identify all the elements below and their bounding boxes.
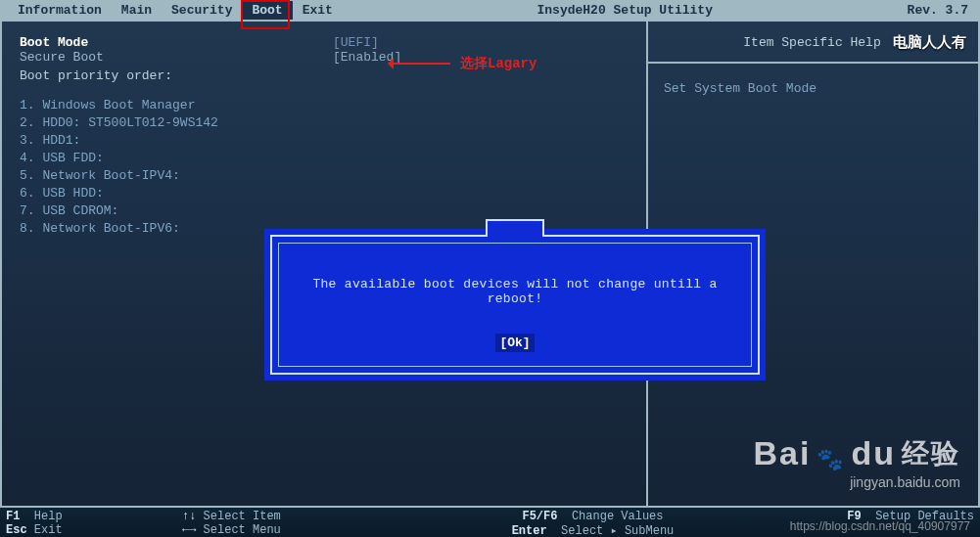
list-item[interactable]: 2. HDD0: ST500LT012-9WS142 — [20, 114, 629, 132]
tab-information[interactable]: Information — [8, 1, 112, 20]
boot-mode-value[interactable]: [UEFI] — [333, 35, 379, 50]
key-updown: ↑↓ — [182, 510, 196, 523]
watermark-baidu-du: du — [851, 434, 896, 472]
paw-icon: 🐾 — [817, 447, 845, 472]
watermark-top: 电脑人人有 — [893, 33, 966, 52]
bios-title: InsydeH20 Setup Utility — [343, 3, 908, 18]
key-esc: Esc — [6, 523, 27, 537]
key-leftright-label: Select Menu — [204, 523, 281, 537]
list-item[interactable]: 4. USB FDD: — [20, 150, 629, 167]
boot-mode-label: Boot Mode — [20, 35, 333, 50]
boot-priority-list[interactable]: 1. Windows Boot Manager 2. HDD0: ST500LT… — [20, 97, 629, 238]
list-item[interactable]: 7. USB CDROM: — [20, 202, 629, 220]
watermark-baidu-url: jingyan.baidu.com — [754, 474, 960, 490]
key-leftright: ←→ — [182, 523, 196, 537]
bios-revision: Rev. 3.7 — [908, 3, 972, 18]
tab-boot[interactable]: Boot — [242, 1, 292, 20]
watermark-csdn: https://blog.csdn.net/qq_40907977 — [790, 519, 970, 533]
key-enter-label: Select ▸ SubMenu — [561, 524, 674, 538]
ok-button[interactable]: [Ok] — [495, 334, 534, 352]
tab-exit[interactable]: Exit — [293, 1, 343, 20]
secure-boot-label: Secure Boot — [20, 50, 333, 65]
watermark-baidu-cn: 经验 — [902, 435, 960, 472]
key-updown-label: Select Item — [204, 510, 281, 523]
tab-main[interactable]: Main — [112, 1, 162, 20]
list-item[interactable]: 3. HDD1: — [20, 132, 629, 150]
list-item[interactable]: 5. Network Boot-IPV4: — [20, 167, 629, 185]
key-f1-label: Help — [34, 510, 63, 523]
dialog-message: The available boot devices will not chan… — [291, 277, 739, 306]
info-dialog: The available boot devices will not chan… — [270, 235, 760, 375]
key-f5f6: F5/F6 — [522, 510, 557, 523]
key-esc-label: Exit — [34, 523, 63, 537]
key-f5f6-label: Change Values — [572, 510, 664, 523]
help-divider — [646, 62, 978, 64]
key-enter: Enter — [512, 524, 547, 538]
list-item[interactable]: 1. Windows Boot Manager — [20, 97, 629, 114]
watermark-baidu: Bai🐾du 经验 jingyan.baidu.com — [754, 434, 960, 490]
list-item[interactable]: 6. USB HDD: — [20, 185, 629, 202]
watermark-baidu-en: Bai — [754, 434, 812, 472]
dialog-tab-icon — [486, 219, 544, 237]
secure-boot-value[interactable]: [Enabled] — [333, 50, 401, 65]
key-f1: F1 — [6, 510, 20, 523]
boot-priority-title: Boot priority order: — [20, 68, 629, 83]
help-text: Set System Boot Mode — [664, 81, 960, 96]
menu-bar: Information Main Security Boot Exit Insy… — [0, 0, 980, 20]
tab-security[interactable]: Security — [162, 1, 242, 20]
